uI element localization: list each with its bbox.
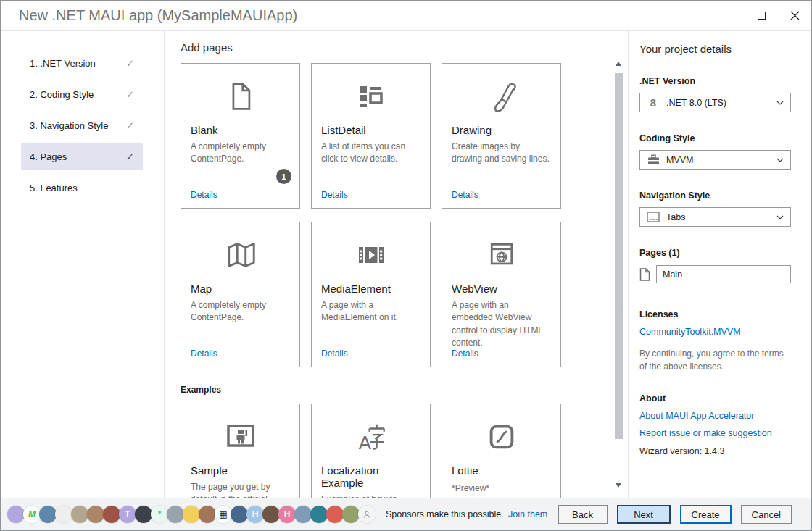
sponsor-avatar[interactable] — [71, 506, 88, 523]
card-description: A list of items you can click to view de… — [321, 141, 420, 166]
card-sample[interactable]: Sample The page you get by default in th… — [181, 404, 300, 498]
sponsor-avatar[interactable]: H — [278, 506, 296, 523]
join-sponsors-link[interactable]: Join them — [508, 509, 547, 519]
title-bar: New .NET MAUI app (MySampleMAUIApp) — [1, 1, 811, 31]
step-pages[interactable]: 4. Pages ✓ — [21, 143, 143, 170]
coding-style-label: Coding Style — [639, 133, 791, 143]
card-title: Lottie — [452, 464, 551, 477]
scroll-down-icon[interactable] — [616, 483, 621, 488]
navigation-style-label: Navigation Style — [639, 191, 791, 201]
details-link[interactable]: Details — [452, 348, 478, 359]
card-map[interactable]: Map A completely empty ContentPage. Deta… — [181, 222, 300, 367]
checkmark-icon: ✓ — [126, 58, 134, 69]
wizard-version-text: Wizard version: 1.4.3 — [639, 446, 791, 456]
blank-page-icon — [191, 74, 290, 119]
sponsor-avatar[interactable] — [7, 506, 25, 523]
chevron-down-icon — [776, 215, 784, 219]
project-details-heading: Your project details — [639, 43, 791, 55]
sponsor-avatar[interactable] — [103, 506, 120, 523]
licenses-label: Licenses — [639, 309, 791, 319]
sponsor-avatar[interactable] — [342, 506, 360, 523]
sponsor-avatar[interactable] — [310, 506, 328, 523]
chevron-down-icon — [776, 101, 784, 105]
maximize-button[interactable] — [745, 1, 778, 30]
card-webview[interactable]: WebView A page with an embedded WebView … — [442, 222, 561, 367]
sponsor-avatar[interactable] — [135, 506, 152, 523]
sponsor-avatar[interactable]: H — [246, 506, 264, 523]
page-name-input[interactable] — [656, 265, 791, 283]
checkmark-icon: ✓ — [126, 151, 134, 162]
add-pages-panel: Add pages Blank A completely empty Conte… — [165, 31, 628, 498]
about-accelerator-link[interactable]: About MAUI App Accelerator — [639, 411, 791, 421]
card-drawing[interactable]: Drawing Create images by drawing and sav… — [442, 63, 561, 209]
window-title: New .NET MAUI app (MySampleMAUIApp) — [19, 7, 745, 24]
sponsor-avatar[interactable] — [262, 506, 280, 523]
dotnet-8-icon: 8 — [640, 96, 666, 109]
back-button[interactable]: Back — [558, 505, 608, 524]
scroll-up-icon[interactable] — [616, 62, 621, 66]
card-listdetail[interactable]: ListDetail A list of items you can click… — [311, 63, 431, 209]
briefcase-icon — [640, 154, 666, 165]
main-scrollbar[interactable] — [615, 59, 623, 490]
card-description: A page with a MediaElement on it. — [321, 299, 420, 325]
sponsor-avatar[interactable] — [183, 506, 200, 523]
card-preview-note: *Preview* — [452, 482, 551, 495]
drawing-pen-icon — [452, 74, 551, 119]
sponsor-avatar[interactable] — [294, 506, 312, 523]
card-blank[interactable]: Blank A completely empty ContentPage. 1 … — [181, 63, 300, 209]
card-description: A completely empty ContentPage. — [191, 299, 290, 325]
sponsor-avatar[interactable] — [231, 506, 248, 523]
sponsor-avatar[interactable] — [199, 506, 216, 523]
sample-robot-icon — [191, 414, 290, 459]
maximize-icon — [758, 12, 766, 20]
sponsor-avatar[interactable]: * — [151, 506, 168, 523]
sponsor-avatar[interactable]: T — [119, 506, 136, 523]
net-version-dropdown[interactable]: 8 .NET 8.0 (LTS) — [639, 93, 791, 112]
card-mediaelement[interactable]: MediaElement A page with a MediaElement … — [311, 222, 431, 367]
details-link[interactable]: Details — [321, 190, 348, 200]
report-issue-link[interactable]: Report issue or make suggestion — [639, 428, 791, 438]
step-coding-style[interactable]: 2. Coding Style ✓ — [21, 81, 143, 107]
create-button[interactable]: Create — [680, 505, 732, 524]
navigation-style-dropdown[interactable]: Tabs — [639, 207, 791, 227]
card-description: Examples of how to localize text. — [321, 493, 420, 498]
list-detail-icon — [321, 74, 420, 119]
examples-heading: Examples — [181, 385, 606, 395]
checkmark-icon: ✓ — [126, 89, 134, 100]
sponsor-avatar[interactable] — [87, 506, 104, 523]
close-button[interactable] — [778, 1, 811, 30]
sponsor-avatar[interactable]: M — [23, 506, 41, 523]
coding-style-dropdown[interactable]: MVVM — [639, 150, 791, 170]
details-link[interactable]: Details — [191, 348, 218, 359]
sponsor-avatar[interactable] — [358, 506, 376, 523]
sponsor-avatar[interactable]: ▦ — [215, 506, 232, 523]
card-title: Sample — [191, 464, 290, 477]
sponsor-avatar[interactable] — [167, 506, 184, 523]
media-play-icon — [321, 233, 420, 277]
project-details-panel: Your project details .NET Version 8 .NET… — [628, 31, 811, 498]
card-localization-example[interactable]: A Localization Example Examples of how t… — [311, 404, 431, 498]
step-navigation-style[interactable]: 3. Navigation Style ✓ — [21, 112, 143, 138]
step-net-version[interactable]: 1. .NET Version ✓ — [21, 50, 143, 76]
sponsor-avatar[interactable] — [39, 506, 57, 523]
details-link[interactable]: Details — [321, 348, 348, 359]
card-title: ListDetail — [321, 124, 420, 136]
license-link[interactable]: CommunityToolkit.MVVM — [639, 327, 791, 337]
details-link[interactable]: Details — [191, 190, 218, 200]
next-button[interactable]: Next — [617, 505, 671, 524]
card-title: Drawing — [452, 124, 551, 136]
card-description: A page with an embedded WebView control … — [452, 299, 551, 350]
sponsor-avatar[interactable] — [326, 506, 344, 523]
card-title: WebView — [452, 283, 551, 295]
net-version-label: .NET Version — [639, 76, 791, 86]
card-lottie[interactable]: Lottie *Preview* Display an example Lott… — [442, 404, 561, 498]
scrollbar-thumb[interactable] — [615, 73, 623, 439]
step-features[interactable]: 5. Features — [21, 175, 143, 201]
cancel-button[interactable]: Cancel — [741, 505, 792, 524]
card-description: The page you get by default in the offic… — [191, 481, 290, 498]
window-controls — [745, 1, 811, 30]
details-link[interactable]: Details — [452, 190, 478, 200]
close-icon — [790, 11, 800, 20]
sponsor-avatar[interactable] — [55, 506, 72, 523]
examples-grid: Sample The page you get by default in th… — [181, 404, 606, 498]
